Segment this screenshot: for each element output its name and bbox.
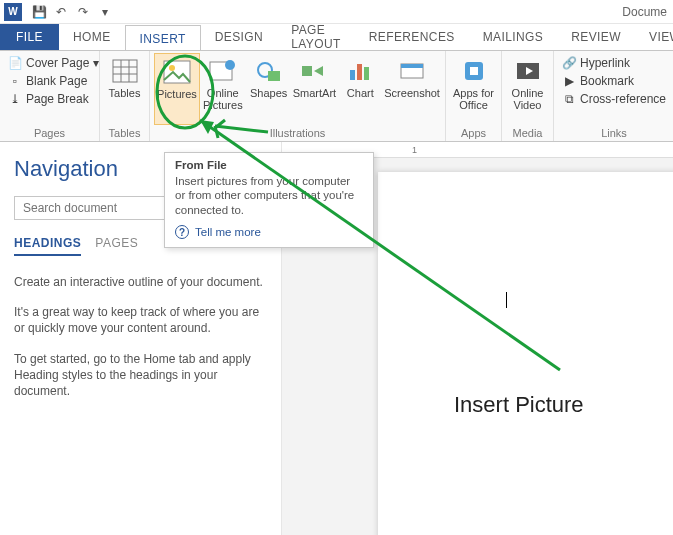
page-break-button[interactable]: ⤓Page Break: [6, 91, 101, 107]
nav-tab-pages[interactable]: PAGES: [95, 236, 138, 256]
page-break-icon: ⤓: [8, 92, 22, 106]
quick-access-toolbar: W 💾 ↶ ↷ ▾ Docume: [0, 0, 673, 24]
shapes-button[interactable]: Shapes: [246, 53, 292, 125]
nav-tab-headings[interactable]: HEADINGS: [14, 236, 81, 256]
svg-rect-11: [302, 66, 312, 76]
hyperlink-icon: 🔗: [562, 56, 576, 70]
svg-point-6: [169, 65, 175, 71]
apps-office-button[interactable]: Apps for Office: [450, 53, 497, 125]
document-page[interactable]: Insert Picture: [378, 172, 673, 535]
tab-mailings[interactable]: MAILINGS: [469, 24, 558, 50]
chevron-down-icon: ▾: [102, 5, 108, 19]
svg-rect-0: [113, 60, 137, 82]
tables-label: Tables: [109, 87, 141, 99]
tab-file[interactable]: FILE: [0, 24, 59, 50]
hyperlink-button[interactable]: 🔗Hyperlink: [560, 55, 668, 71]
svg-point-8: [225, 60, 235, 70]
svg-rect-17: [401, 64, 423, 68]
tell-me-more-link[interactable]: ? Tell me more: [175, 225, 363, 239]
help-icon: ?: [175, 225, 189, 239]
hyperlink-label: Hyperlink: [580, 56, 630, 70]
group-illustrations-label: Illustrations: [154, 127, 441, 141]
online-video-button[interactable]: Online Video: [506, 53, 549, 125]
cover-page-icon: 📄: [8, 56, 22, 70]
crossref-icon: ⧉: [562, 92, 576, 106]
tab-design[interactable]: DESIGN: [201, 24, 277, 50]
smartart-button[interactable]: SmartArt: [292, 53, 338, 125]
tell-me-more-label: Tell me more: [195, 226, 261, 238]
ribbon-tabs: FILE HOME INSERT DESIGN PAGE LAYOUT REFE…: [0, 24, 673, 50]
cover-page-label: Cover Page: [26, 56, 89, 70]
table-icon: [109, 57, 141, 85]
apps-label: Apps for Office: [453, 87, 494, 111]
text-cursor: [506, 292, 507, 308]
blank-page-button[interactable]: ▫Blank Page: [6, 73, 101, 89]
nav-tip-2: It's a great way to keep track of where …: [14, 304, 267, 336]
pictures-tooltip: From File Insert pictures from your comp…: [164, 152, 374, 248]
redo-button[interactable]: ↷: [72, 1, 94, 23]
ribbon: 📄Cover Page ▾ ▫Blank Page ⤓Page Break Pa…: [0, 50, 673, 142]
undo-button[interactable]: ↶: [50, 1, 72, 23]
screenshot-label: Screenshot: [384, 87, 440, 99]
screenshot-icon: [396, 57, 428, 85]
video-label: Online Video: [512, 87, 544, 111]
crossref-button[interactable]: ⧉Cross-reference: [560, 91, 668, 107]
video-icon: [512, 57, 544, 85]
bookmark-icon: ▶: [562, 74, 576, 88]
smartart-label: SmartArt: [293, 87, 336, 99]
pictures-icon: [161, 58, 193, 86]
group-pages-label: Pages: [4, 127, 95, 141]
tab-view[interactable]: VIEW: [635, 24, 673, 50]
ruler-tick-1: 1: [412, 145, 417, 155]
cover-page-button[interactable]: 📄Cover Page ▾: [6, 55, 101, 71]
chart-button[interactable]: Chart: [337, 53, 383, 125]
pictures-button[interactable]: Pictures: [154, 53, 200, 125]
word-app-icon: W: [4, 3, 22, 21]
screenshot-button[interactable]: Screenshot: [383, 53, 441, 125]
svg-rect-14: [357, 64, 362, 80]
bookmark-label: Bookmark: [580, 74, 634, 88]
online-pictures-icon: [207, 57, 239, 85]
svg-rect-10: [268, 71, 280, 81]
shapes-icon: [253, 57, 285, 85]
online-pictures-label: Online Pictures: [203, 87, 243, 111]
save-icon: 💾: [32, 5, 47, 19]
group-apps-label: Apps: [450, 127, 497, 141]
online-pictures-button[interactable]: Online Pictures: [200, 53, 246, 125]
tooltip-title: From File: [175, 159, 363, 171]
chart-icon: [344, 57, 376, 85]
qat-customize[interactable]: ▾: [94, 1, 116, 23]
apps-icon: [458, 57, 490, 85]
tab-insert[interactable]: INSERT: [125, 25, 201, 51]
tables-button[interactable]: Tables: [104, 53, 145, 125]
group-links-label: Links: [558, 127, 670, 141]
tab-review[interactable]: REVIEW: [557, 24, 635, 50]
group-media-label: Media: [506, 127, 549, 141]
tab-references[interactable]: REFERENCES: [355, 24, 469, 50]
page-break-label: Page Break: [26, 92, 89, 106]
svg-rect-19: [470, 67, 478, 75]
nav-tip-1: Create an interactive outline of your do…: [14, 274, 267, 290]
nav-tip: Create an interactive outline of your do…: [14, 274, 267, 399]
blank-page-label: Blank Page: [26, 74, 87, 88]
annotation-text: Insert Picture: [454, 392, 584, 418]
bookmark-button[interactable]: ▶Bookmark: [560, 73, 668, 89]
svg-rect-13: [350, 70, 355, 80]
svg-marker-12: [314, 66, 323, 76]
tooltip-body: Insert pictures from your computer or fr…: [175, 174, 363, 217]
pictures-label: Pictures: [157, 88, 197, 100]
group-tables-label: Tables: [104, 127, 145, 141]
shapes-label: Shapes: [250, 87, 287, 99]
tab-page-layout[interactable]: PAGE LAYOUT: [277, 24, 355, 50]
crossref-label: Cross-reference: [580, 92, 666, 106]
nav-tip-3: To get started, go to the Home tab and a…: [14, 351, 267, 400]
window-title: Docume: [622, 5, 669, 19]
svg-rect-15: [364, 67, 369, 80]
blank-page-icon: ▫: [8, 74, 22, 88]
tab-home[interactable]: HOME: [59, 24, 125, 50]
undo-icon: ↶: [56, 5, 66, 19]
redo-icon: ↷: [78, 5, 88, 19]
svg-rect-5: [164, 61, 190, 83]
save-button[interactable]: 💾: [28, 1, 50, 23]
smartart-icon: [298, 57, 330, 85]
